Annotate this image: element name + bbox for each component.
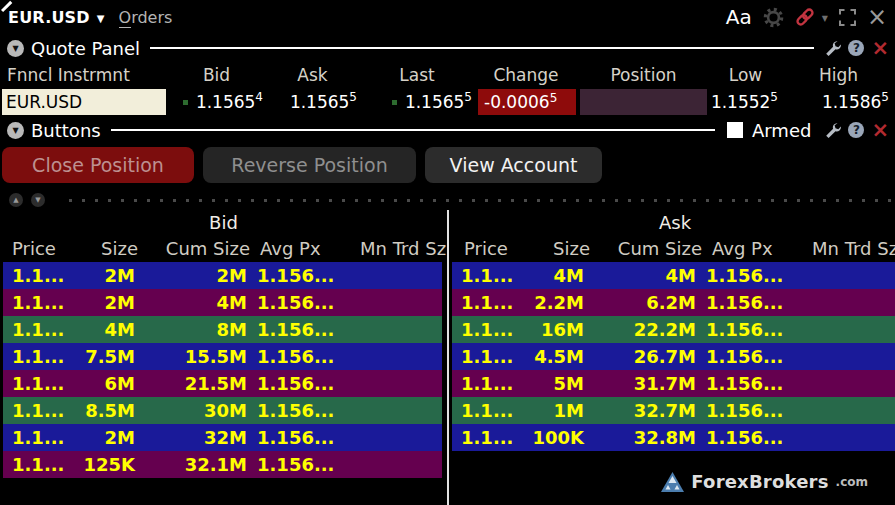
cell-size: 2.2M [524,289,584,316]
quote-header-row: Fnncl Instrmnt Bid Ask Last Change Posit… [0,62,895,88]
cell-size: 125K [75,451,135,478]
armed-checkbox[interactable] [727,122,743,138]
cell-size: 4.5M [524,343,584,370]
col-header-position: Position [578,62,709,88]
cell-size: 6M [75,370,135,397]
panel-splitter[interactable]: ▲ ▼ [0,190,895,210]
cell-mn [343,289,442,316]
col-header-high: High [782,62,895,88]
quote-panel-help-icon[interactable]: ? [848,40,864,56]
bid-table-row[interactable]: 1.1...2M4M1.156... [3,289,442,316]
col-header-price: Price [464,236,530,262]
maximize-icon[interactable] [839,9,856,26]
cell-cum: 26.7M [584,343,696,370]
action-buttons-row: Close Position Reverse Position View Acc… [0,144,895,190]
cell-mn [343,262,442,289]
cell-size: 4M [75,316,135,343]
ask-table-row[interactable]: 1.1...100K32.8M1.156... [452,424,895,451]
cell-mn [343,370,442,397]
ask-rows: 1.1...4M4M1.156...1.1...2.2M6.2M1.156...… [452,262,895,451]
cell-price: 1.1... [12,370,75,397]
bid-table-row[interactable]: 1.1...2M2M1.156... [3,262,442,289]
bid-table-row[interactable]: 1.1...6M21.5M1.156... [3,370,442,397]
splitter-up-icon[interactable]: ▲ [9,193,23,207]
col-header-mn-trd-sz: Mn Trd Sz [798,236,895,262]
view-account-button[interactable]: View Account [425,147,602,183]
cell-cum: 2M [135,262,247,289]
bid-table-row[interactable]: 1.1...125K32.1M1.156... [3,451,442,478]
quote-panel-header: ▼ Quote Panel ? × [0,34,895,62]
cell-mn [792,262,895,289]
buttons-panel-help-icon[interactable]: ? [848,122,864,138]
settings-gear-icon[interactable] [763,7,784,28]
col-header-avg-px: Avg Px [702,236,798,262]
cell-avg: 1.156... [696,289,792,316]
window-close-icon[interactable]: × [867,6,887,28]
ask-table-row[interactable]: 1.1...4M4M1.156... [452,262,895,289]
forexbrokers-logo-icon [661,472,684,492]
cell-avg: 1.156... [696,424,792,451]
bid-table-row[interactable]: 1.1...7.5M15.5M1.156... [3,343,442,370]
buttons-panel-tools-wrench-icon[interactable] [824,122,841,139]
cell-avg: 1.156... [247,289,343,316]
cell-price: 1.1... [461,343,524,370]
font-size-button[interactable]: Aa [726,7,752,27]
col-header-avg-px: Avg Px [250,236,346,262]
ask-table-row[interactable]: 1.1...2.2M6.2M1.156... [452,289,895,316]
splitter-down-icon[interactable]: ▼ [31,193,45,207]
bid-table-row[interactable]: 1.1...2M32M1.156... [3,424,442,451]
ask-table-row[interactable]: 1.1...1M32.7M1.156... [452,397,895,424]
buttons-panel-close-icon[interactable]: × [871,121,889,139]
cell-mn [343,316,442,343]
ask-price[interactable]: 1.15655 [265,88,360,116]
orders-menu[interactable]: Orders [119,8,173,27]
cell-price: 1.1... [461,262,524,289]
cell-size: 100K [524,424,584,451]
bid-price[interactable]: 1.15654 [168,88,265,116]
low-price: 1.15525 [709,88,782,116]
ask-table-row[interactable]: 1.1...5M31.7M1.156... [452,370,895,397]
bid-table-row[interactable]: 1.1...4M8M1.156... [3,316,442,343]
quote-panel-collapse-icon[interactable]: ▼ [7,40,24,57]
cell-avg: 1.156... [696,316,792,343]
cell-avg: 1.156... [247,424,343,451]
watermark-brand: ForexBrokers [691,471,828,492]
bid-uptick-icon [183,100,188,105]
cell-avg: 1.156... [696,343,792,370]
quote-value-row: EUR.USD 1.15654 1.15655 1.15655 -0.00065… [0,88,895,116]
reverse-position-button[interactable]: Reverse Position [203,147,416,183]
cell-avg: 1.156... [696,370,792,397]
splitter-grip[interactable] [69,199,893,202]
change-value: -0.00065 [478,89,576,115]
cell-cum: 32.1M [135,451,247,478]
bid-table-row[interactable]: 1.1...8.5M30M1.156... [3,397,442,424]
instrument-dropdown-caret-icon[interactable]: ▼ [97,13,105,24]
bid-rows: 1.1...2M2M1.156...1.1...2M4M1.156...1.1.… [0,262,447,478]
cell-mn [792,370,895,397]
cell-price: 1.1... [461,289,524,316]
quote-panel-tools-wrench-icon[interactable] [824,40,841,57]
quote-panel-close-icon[interactable]: × [871,39,889,57]
high-price: 1.15865 [782,88,895,116]
ask-pane: Ask Price Size Cum Size Avg Px Mn Trd Sz… [447,210,895,505]
link-group-icon[interactable] [795,7,815,27]
instrument-title[interactable]: EUR.USD [8,8,90,27]
cell-size: 16M [524,316,584,343]
instrument-field[interactable]: EUR.USD [2,89,166,115]
cell-price: 1.1... [12,316,75,343]
cell-price: 1.1... [12,262,75,289]
ask-table-row[interactable]: 1.1...4.5M26.7M1.156... [452,343,895,370]
close-position-button[interactable]: Close Position [2,147,194,183]
cell-avg: 1.156... [696,397,792,424]
col-header-cum-size: Cum Size [138,236,250,262]
cell-size: 1M [524,397,584,424]
col-header-bid: Bid [168,62,265,88]
cell-mn [343,343,442,370]
cell-mn [792,289,895,316]
cell-size: 2M [75,262,135,289]
link-dropdown-caret-icon[interactable]: ▼ [822,14,828,23]
buttons-panel-collapse-icon[interactable]: ▼ [7,122,24,139]
cell-size: 2M [75,424,135,451]
ask-table-row[interactable]: 1.1...16M22.2M1.156... [452,316,895,343]
last-uptick-icon [392,100,397,105]
